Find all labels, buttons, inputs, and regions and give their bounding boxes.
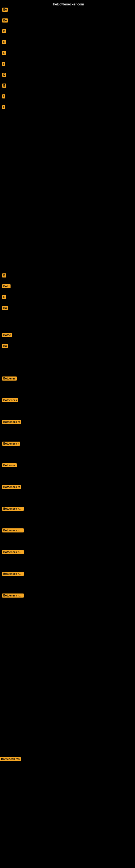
badge-4: E (2, 40, 6, 44)
badge-26: Bottleneck resu (2, 572, 24, 576)
badge-19: Bottleneck re (2, 420, 21, 424)
site-title: TheBottlenecker.com (51, 2, 84, 6)
badge-16: Bo (2, 344, 8, 348)
badge-14: Bo (2, 306, 8, 310)
badge-7: E (2, 73, 6, 77)
badge-22: Bottleneck re (2, 485, 21, 489)
line-marker-11 (3, 165, 3, 169)
badge-17: Bottlenec (2, 376, 17, 380)
badge-6: I (2, 62, 5, 66)
badge-27: Bottleneck result (2, 593, 24, 597)
badge-21: Bottlenec (2, 463, 17, 467)
badge-12: Bottl (2, 284, 10, 288)
badge-23: Bottleneck resu (2, 507, 24, 511)
badge-5: E (2, 51, 6, 55)
badge-10: I (2, 105, 5, 109)
badge-15: Bottle (2, 333, 12, 337)
badge-3: B (2, 29, 6, 33)
badge-2: Bo (2, 19, 8, 23)
badge-28: Bottleneck res (0, 757, 21, 761)
badge-1: Bo (2, 8, 8, 12)
badge-18: Bottleneck (2, 398, 18, 402)
badge-25: Bottleneck resu (2, 550, 24, 554)
badge-9: I (2, 94, 5, 98)
badge-13: E (2, 295, 6, 299)
badge-11: B (2, 273, 6, 278)
badge-8: E (2, 84, 6, 88)
badge-20: Bottleneck r (2, 442, 20, 446)
badge-24: Bottleneck resu (2, 528, 24, 532)
